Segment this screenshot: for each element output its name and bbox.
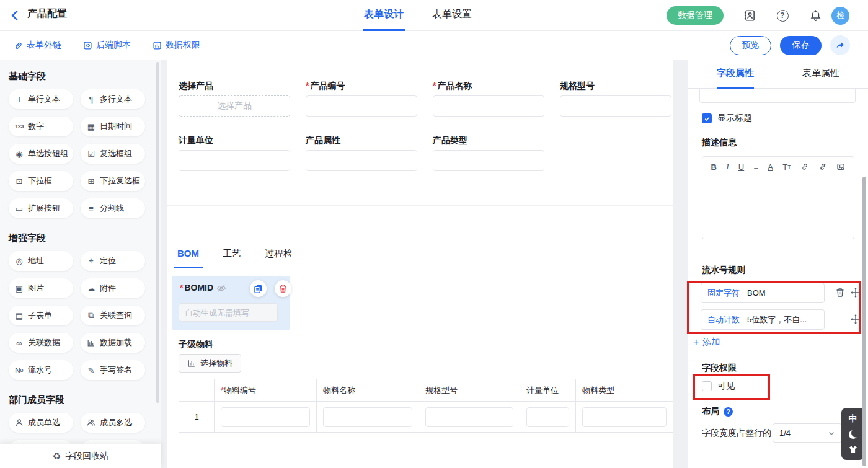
delete-field-button[interactable]	[275, 280, 291, 297]
address-book-icon[interactable]	[743, 9, 756, 22]
app-header: 产品配置 表单设计 表单设置 数据管理 ? 检	[0, 0, 868, 31]
field-type-attachment[interactable]: ☁附件	[81, 278, 145, 298]
data-permission-button[interactable]: 数据权限	[153, 40, 200, 51]
field-type-multi-select[interactable]: ⊞下拉复选框	[81, 171, 145, 191]
field-type-radio-group[interactable]: ◉单选按钮组	[9, 144, 73, 164]
visible-checkbox[interactable]	[702, 381, 712, 391]
preview-button[interactable]: 预览	[730, 36, 771, 55]
section-title-basic-fields: 基础字段	[9, 71, 161, 82]
required-mark: *	[433, 81, 436, 92]
serial-rule-fixed-char[interactable]: 固定字符 BOM	[701, 283, 825, 303]
page-scrollbar[interactable]	[862, 177, 866, 466]
notification-bell-icon[interactable]	[808, 9, 822, 22]
font-color-icon[interactable]: A	[768, 162, 773, 172]
trash-icon	[278, 284, 288, 293]
product-code-input[interactable]	[306, 95, 417, 117]
field-type-extend-button[interactable]: ▭扩展按钮	[9, 198, 73, 218]
field-type-serial-number[interactable]: №流水号	[9, 360, 73, 380]
header-unit: 计量单位	[520, 379, 576, 402]
description-editor[interactable]	[702, 177, 854, 239]
eye-off-icon[interactable]	[216, 283, 226, 293]
selected-field-card-bomid[interactable]: *BOMID	[172, 276, 290, 330]
add-rule-button[interactable]: + 添加	[693, 337, 720, 348]
tab-form-settings[interactable]: 表单设置	[431, 0, 473, 31]
language-toggle[interactable]: 中	[849, 413, 857, 425]
unlink-icon[interactable]	[818, 162, 827, 171]
field-type-linked-data[interactable]: ∞关联数据	[9, 333, 73, 353]
field-type-multi-line-text[interactable]: ¶多行文本	[81, 89, 145, 109]
link-icon[interactable]	[800, 162, 809, 171]
product-attr-input[interactable]	[306, 150, 417, 171]
field-recycle-bin[interactable]: ♻ 字段回收站	[0, 444, 161, 468]
field-type-address[interactable]: ◎地址	[9, 251, 73, 271]
user-avatar[interactable]: 检	[831, 7, 849, 25]
table-row: 1	[179, 402, 673, 433]
field-type-number[interactable]: 123数字	[9, 117, 73, 136]
field-type-locate[interactable]: ⌖定位	[81, 251, 145, 271]
field-type-member-multi[interactable]: 成员多选	[81, 413, 145, 433]
serial-rules-title: 流水号规则	[702, 265, 745, 276]
bomid-input[interactable]	[179, 303, 278, 322]
save-button[interactable]: 保存	[780, 36, 822, 55]
serial-rule-auto-count[interactable]: 自动计数 5位数字，不自...	[701, 309, 825, 330]
field-type-datetime[interactable]: ▦日期时间	[81, 117, 145, 136]
help-icon[interactable]: ?	[776, 9, 789, 22]
field-type-divider[interactable]: ≡分割线	[81, 198, 145, 218]
spec-model-cell-input[interactable]	[425, 407, 513, 427]
field-type-checkbox-group[interactable]: ☑复选框组	[81, 144, 145, 164]
insert-image-icon[interactable]	[836, 162, 845, 171]
product-type-input[interactable]	[433, 150, 544, 171]
delete-rule-button[interactable]	[835, 288, 845, 298]
tab-form-design[interactable]: 表单设计	[363, 0, 405, 31]
form-title[interactable]: 产品配置	[27, 7, 67, 24]
align-icon[interactable]: ≡	[753, 162, 758, 172]
field-type-data-load[interactable]: 数据加载	[81, 333, 145, 353]
field-type-member-single[interactable]: 成员单选	[9, 413, 73, 433]
field-type-select[interactable]: ⊡下拉框	[9, 171, 73, 191]
move-rule-handle[interactable]	[851, 288, 861, 298]
field-type-signature[interactable]: ✎手写签名	[81, 360, 145, 380]
font-size-icon[interactable]: TT	[782, 162, 790, 172]
back-button[interactable]	[9, 9, 21, 22]
multi-line-text-icon: ¶	[86, 95, 96, 104]
tab-process[interactable]: 工艺	[219, 248, 245, 268]
tab-bom[interactable]: BOM	[174, 248, 203, 268]
copy-field-button[interactable]	[250, 280, 267, 297]
field-type-image[interactable]: ▣图片	[9, 278, 73, 298]
field-type-subform[interactable]: ▤子表单	[9, 306, 73, 325]
chevron-down-icon	[828, 430, 835, 437]
spec-model-input[interactable]	[560, 95, 671, 117]
underline-icon[interactable]: U	[738, 162, 744, 172]
tabs-underline	[167, 268, 673, 268]
select-product-picker[interactable]: 选择产品	[179, 95, 290, 117]
unit-cell-input[interactable]	[526, 407, 569, 427]
dark-mode-toggle[interactable]	[849, 430, 857, 439]
unit-input[interactable]	[179, 150, 290, 171]
layout-help-icon[interactable]: ?	[724, 407, 733, 417]
field-type-lookup[interactable]: ⧉关联查询	[81, 306, 145, 325]
field-label-spec-model: 规格型号	[560, 81, 595, 92]
tab-process-check[interactable]: 过程检	[261, 248, 296, 268]
material-code-input[interactable]	[221, 407, 310, 427]
select-material-button[interactable]: 选择物料	[179, 354, 241, 373]
external-link-button[interactable]: 表单外链	[14, 40, 61, 51]
tab-form-properties[interactable]: 表单属性	[802, 60, 839, 89]
show-title-checkbox[interactable]	[702, 113, 712, 123]
sidebar-scrollbar[interactable]	[156, 62, 159, 403]
field-type-single-line-text[interactable]: T单行文本	[9, 89, 73, 109]
move-rule-handle[interactable]	[851, 314, 861, 324]
material-type-input[interactable]	[582, 407, 666, 427]
material-name-input[interactable]	[323, 407, 412, 427]
data-manage-button[interactable]: 数据管理	[666, 6, 724, 25]
enhanced-field-grid: ◎地址 ⌖定位 ▣图片 ☁附件 ▤子表单 ⧉关联查询 ∞关联数据 数据加载 №流…	[9, 251, 145, 380]
backend-script-button[interactable]: 后端脚本	[83, 40, 131, 51]
divider	[799, 11, 799, 20]
theme-skin-toggle[interactable]	[848, 444, 858, 454]
bold-icon[interactable]: B	[711, 162, 717, 172]
tab-field-properties[interactable]: 字段属性	[717, 60, 754, 89]
share-button[interactable]	[830, 35, 850, 55]
product-name-input[interactable]	[433, 95, 544, 117]
field-width-select[interactable]: 1/4	[773, 423, 842, 443]
italic-icon[interactable]: I	[726, 162, 728, 172]
field-title-input-partial[interactable]	[699, 89, 856, 103]
